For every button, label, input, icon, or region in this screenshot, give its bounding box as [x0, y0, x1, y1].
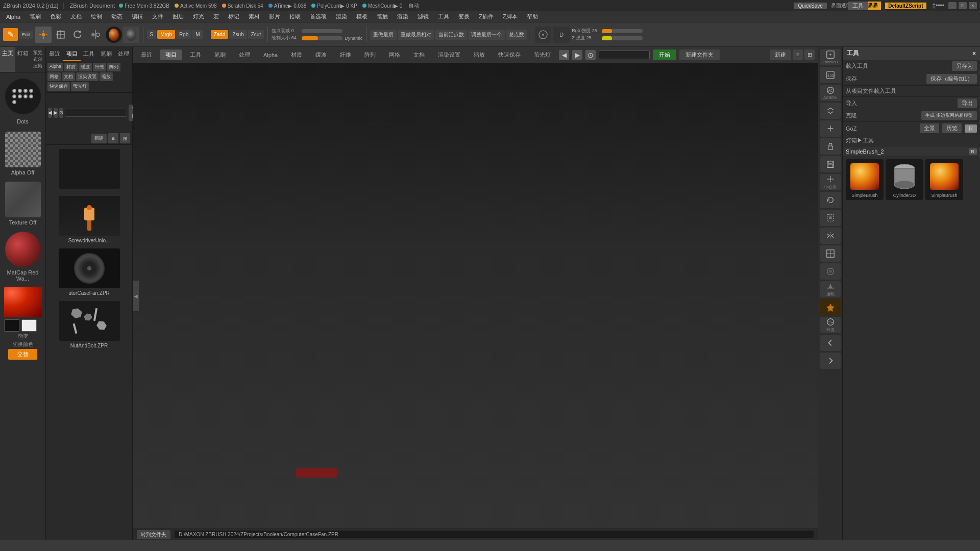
- edit-button[interactable]: Edit: [19, 31, 33, 39]
- scale2-icon-btn[interactable]: [820, 210, 841, 226]
- mesh-sub-tab[interactable]: 网格: [384, 49, 405, 60]
- tools-close-icon[interactable]: ×: [972, 50, 976, 57]
- menu-render[interactable]: 渲染: [332, 12, 351, 21]
- menu-macro[interactable]: 宏: [209, 12, 223, 21]
- zcut-button[interactable]: Zcut: [248, 30, 264, 39]
- wave-sub-tab[interactable]: 缓波: [310, 49, 332, 60]
- file-item-empty[interactable]: [48, 147, 130, 193]
- focal-slider[interactable]: [302, 29, 342, 33]
- menu-stroke[interactable]: 笔触: [373, 12, 392, 21]
- zsub-button[interactable]: Zsub: [229, 30, 247, 39]
- menu-doc[interactable]: 文档: [66, 12, 86, 21]
- nav-left-icon-btn[interactable]: [820, 335, 841, 351]
- fiber-sub-tab[interactable]: 纤维: [335, 49, 356, 60]
- save-icon-btn[interactable]: [820, 156, 841, 172]
- env-icon-btn[interactable]: 环境: [820, 317, 841, 333]
- rgb-button[interactable]: Rgb: [176, 30, 191, 39]
- quicksave-button[interactable]: QuickSave: [794, 3, 826, 9]
- scale-button[interactable]: [53, 27, 69, 43]
- brush-sub-tab[interactable]: 笔刷: [209, 49, 231, 60]
- brush-preview[interactable]: [5, 79, 41, 114]
- lock-icon-btn[interactable]: [820, 138, 841, 155]
- s-icon-button[interactable]: D: [553, 27, 570, 43]
- menu-edit[interactable]: 编辑: [128, 12, 147, 21]
- menu-pick[interactable]: 拾取: [285, 12, 305, 21]
- color-picker[interactable]: [4, 287, 42, 317]
- grid2-icon-btn[interactable]: [820, 245, 841, 262]
- goz-all-button[interactable]: 全景: [920, 123, 939, 133]
- z-strength-slider[interactable]: [602, 36, 643, 40]
- menu-alpha[interactable]: Alpha: [2, 13, 24, 21]
- rgb-strength-slider[interactable]: [602, 29, 643, 33]
- sub-tab-lightbulb[interactable]: 萤光灯: [71, 82, 89, 91]
- menu-movie[interactable]: 影片: [265, 12, 284, 21]
- zoom100-button[interactable]: 100: [820, 67, 841, 83]
- tab-project[interactable]: 项目: [63, 47, 81, 61]
- quicksave-sub-tab[interactable]: 快速保存: [493, 49, 526, 60]
- save-as-button[interactable]: 另存为: [952, 61, 977, 71]
- menu-tool[interactable]: 工具: [434, 12, 453, 21]
- nav-back-button[interactable]: ◀: [48, 108, 52, 118]
- sub-tab-quicksave[interactable]: 快速保存: [47, 82, 70, 91]
- texture-preview[interactable]: [5, 182, 41, 217]
- mrgb-button[interactable]: Mrgb: [157, 30, 175, 39]
- alpha-preview[interactable]: [5, 132, 41, 167]
- matcap-preview[interactable]: [5, 232, 41, 267]
- array-sub-tab[interactable]: 阵列: [359, 49, 381, 60]
- menu-filter[interactable]: 滤镜: [413, 12, 433, 21]
- sub-tab-array[interactable]: 阵列: [107, 63, 120, 71]
- tool-thumb-simplebrush[interactable]: SimpleBrush: [846, 159, 884, 200]
- go-to-file-button[interactable]: 转到文件夹: [137, 530, 170, 539]
- goz-history-button[interactable]: 历览: [942, 123, 962, 133]
- menu-transform[interactable]: 变换: [454, 12, 474, 21]
- nav-forward-button[interactable]: ▶: [54, 108, 58, 118]
- center-icon-btn[interactable]: 中心系: [820, 174, 841, 190]
- path-input[interactable]: [65, 109, 127, 117]
- tool-sub-tab[interactable]: 工具: [185, 49, 206, 60]
- menu-color[interactable]: 色彩: [46, 12, 65, 21]
- scale-sub-tab[interactable]: 缩放: [469, 49, 490, 60]
- active-points-button[interactable]: 当前活点数: [435, 30, 467, 40]
- center-nav-back[interactable]: ◀: [559, 50, 569, 60]
- exchange-button[interactable]: 交替: [8, 349, 37, 360]
- tab-tool[interactable]: 工具: [81, 47, 98, 61]
- center-nav-forward[interactable]: ▶: [572, 50, 582, 60]
- menu-layer[interactable]: 图层: [168, 12, 188, 21]
- move-button[interactable]: [35, 27, 52, 43]
- sub-tab-wave[interactable]: 缓波: [79, 63, 92, 71]
- sub-tab-mesh[interactable]: 网格: [47, 72, 61, 81]
- menu-zscript[interactable]: Z脚本: [499, 12, 522, 21]
- addtool-icon-btn[interactable]: [820, 120, 841, 137]
- file-item-screwdriver[interactable]: ScrewdriverUnio...: [48, 194, 130, 245]
- project-sub-tab[interactable]: 项目: [160, 49, 182, 60]
- export-button[interactable]: 导出: [958, 98, 977, 108]
- sub-tab-alpha[interactable]: Alpha: [47, 63, 63, 71]
- process-sub-tab[interactable]: 处理: [234, 49, 255, 60]
- zoom2d-button[interactable]: Zoom2D: [820, 49, 841, 65]
- minimize-button[interactable]: _: [948, 2, 957, 9]
- ac50-button[interactable]: AC AC50%: [820, 85, 841, 101]
- d-icon-button[interactable]: [535, 27, 551, 43]
- nav-home-button[interactable]: ⊙: [59, 108, 63, 118]
- rotate-button[interactable]: [70, 27, 86, 43]
- grid-icon-btn[interactable]: ⊞: [804, 49, 815, 60]
- doc-sub-tab[interactable]: 文档: [408, 49, 430, 60]
- total-points-button[interactable]: 总点数: [506, 30, 527, 40]
- save-numbered-button[interactable]: 保存（编号加1）: [926, 74, 977, 84]
- r-button[interactable]: R: [965, 124, 977, 133]
- nav-right-icon-btn[interactable]: [820, 353, 841, 369]
- list-view-button[interactable]: ≡: [108, 133, 118, 143]
- maximize-button[interactable]: □: [959, 2, 967, 9]
- flat-shade-button[interactable]: [123, 27, 139, 43]
- menu-marker[interactable]: 标记: [224, 12, 243, 21]
- sub-tab-scale[interactable]: 缩放: [100, 72, 113, 81]
- menu-material[interactable]: 素材: [244, 12, 264, 21]
- mirror-icon-btn[interactable]: [820, 228, 841, 244]
- menu-file[interactable]: 文件: [148, 12, 167, 21]
- rotate-icon-btn[interactable]: [820, 192, 841, 208]
- reset-last-button[interactable]: 重做最后: [370, 30, 397, 40]
- menu-brush[interactable]: 笔刷: [26, 12, 45, 21]
- symmetry-button[interactable]: [87, 27, 104, 43]
- render-sub-tab[interactable]: 渲染设置: [433, 49, 465, 60]
- m-button[interactable]: M: [192, 30, 203, 39]
